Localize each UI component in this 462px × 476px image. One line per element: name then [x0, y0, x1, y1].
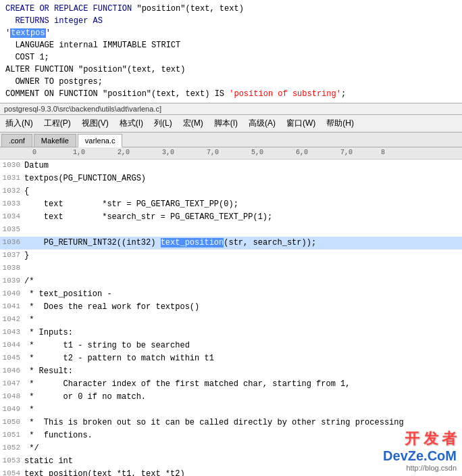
table-row: 1033 text *str = PG_GETARG_TEXT_PP(0);	[0, 198, 462, 211]
menu-format[interactable]: 格式(I)	[114, 116, 149, 130]
sql-line-6: ALTER FUNCTION "position"(text, text)	[5, 64, 457, 76]
table-row: 1034 text *search_str = PG_GETARG_TEXT_P…	[0, 211, 462, 224]
sql-line-3: 'textpos'	[5, 27, 457, 39]
menu-macro[interactable]: 宏(M)	[178, 116, 209, 130]
sql-line-4: LANGUAGE internal IMMUTABLE STRICT	[5, 39, 457, 51]
table-row: 1045 * t2 - pattern to match within t1	[0, 352, 462, 365]
menu-insert[interactable]: 插入(N)	[0, 116, 38, 130]
table-row: 1030 Datum	[0, 160, 462, 172]
menu-project[interactable]: 工程(P)	[38, 116, 76, 130]
table-row: 1040 * text_position -	[0, 288, 462, 301]
menu-view[interactable]: 视图(V)	[76, 116, 114, 130]
table-row: 1048 * or 0 if no match.	[0, 391, 462, 404]
table-row: 1044 * t1 - string to be searched	[0, 339, 462, 352]
menu-advanced[interactable]: 高级(A)	[243, 116, 281, 130]
text-position-highlight: text_position	[161, 238, 224, 247]
table-row: 1053 static int	[0, 455, 462, 468]
menu-col[interactable]: 列(L)	[149, 116, 178, 130]
table-row: 1031 textpos(PG_FUNCTION_ARGS)	[0, 172, 462, 185]
table-row: 1036 PG_RETURN_INT32((int32) text_positi…	[0, 237, 462, 249]
table-row: 1039 /*	[0, 275, 462, 288]
table-row: 1038	[0, 262, 462, 275]
table-row: 1035	[0, 224, 462, 237]
ruler: 0 1,0 2,0 3,0 7,0 5,0 6,0 7,0 8	[0, 147, 462, 160]
table-row: 1042 *	[0, 314, 462, 327]
table-row: 1050 * This is broken out so it can be c…	[0, 416, 462, 429]
table-row: 1047 * Character index of the first matc…	[0, 378, 462, 391]
tab-varlena[interactable]: varlena.c	[78, 134, 123, 147]
table-row: 1041 * Does the real work for textpos()	[0, 301, 462, 314]
sql-area: CREATE OR REPLACE FUNCTION "position"(te…	[0, 0, 462, 103]
filepath-text: postgresql-9.3.0\src\backend\utils\adt\v…	[4, 105, 161, 113]
table-row: 1052 */	[0, 442, 462, 455]
sql-line-1: CREATE OR REPLACE FUNCTION "position"(te…	[5, 3, 457, 15]
menu-help[interactable]: 帮助(H)	[321, 116, 359, 130]
ruler-content: 0 1,0 2,0 3,0 7,0 5,0 6,0 7,0 8	[0, 149, 385, 156]
tab-makefile[interactable]: Makefile	[34, 134, 76, 147]
table-row: 1051 * functions.	[0, 429, 462, 442]
sql-line-7: OWNER TO postgres;	[5, 76, 457, 88]
table-row: 1049 *	[0, 404, 462, 416]
table-row: 1032 {	[0, 185, 462, 198]
sql-line-2: RETURNS integer AS	[5, 15, 457, 27]
code-area[interactable]: 1030 Datum 1031 textpos(PG_FUNCTION_ARGS…	[0, 160, 462, 476]
textpos-highlight: textpos	[10, 28, 45, 38]
table-row: 1043 * Inputs:	[0, 327, 462, 339]
table-row: 1046 * Result:	[0, 365, 462, 378]
sql-line-8: COMMENT ON FUNCTION "position"(text, tex…	[5, 88, 457, 100]
tabs-bar: .conf Makefile varlena.c	[0, 133, 462, 147]
menu-script[interactable]: 脚本(I)	[209, 116, 243, 130]
table-row: 1037 }	[0, 249, 462, 262]
sql-line-5: COST 1;	[5, 51, 457, 64]
menu-window[interactable]: 窗口(W)	[281, 116, 321, 130]
tab-conf[interactable]: .conf	[1, 134, 32, 147]
menu-bar: 插入(N) 工程(P) 视图(V) 格式(I) 列(L) 宏(M) 脚本(I) …	[0, 115, 462, 133]
table-row: 1054 text_position(text *t1, text *t2)	[0, 468, 462, 476]
filepath-bar: postgresql-9.3.0\src\backend\utils\adt\v…	[0, 103, 462, 115]
